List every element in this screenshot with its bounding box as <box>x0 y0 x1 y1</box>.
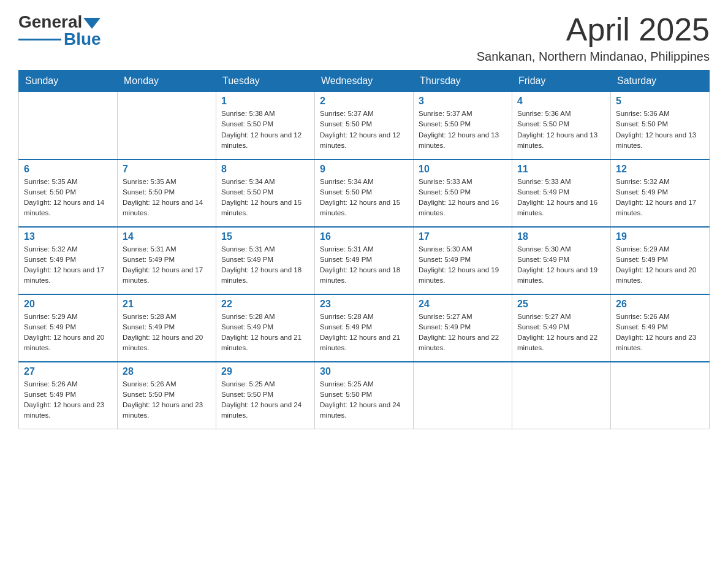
day-info: Sunrise: 5:28 AM Sunset: 5:49 PM Dayligh… <box>123 312 211 354</box>
calendar-week-row: 13Sunrise: 5:32 AM Sunset: 5:49 PM Dayli… <box>19 227 710 294</box>
day-number: 17 <box>419 231 507 242</box>
day-number: 22 <box>221 299 309 310</box>
logo: General Blue <box>18 12 101 49</box>
table-row: 13Sunrise: 5:32 AM Sunset: 5:49 PM Dayli… <box>19 227 118 294</box>
table-row: 2Sunrise: 5:37 AM Sunset: 5:50 PM Daylig… <box>315 92 414 159</box>
day-number: 5 <box>616 96 704 107</box>
table-row: 5Sunrise: 5:36 AM Sunset: 5:50 PM Daylig… <box>611 92 710 159</box>
day-number: 26 <box>616 299 704 310</box>
table-row: 16Sunrise: 5:31 AM Sunset: 5:49 PM Dayli… <box>315 227 414 294</box>
day-info: Sunrise: 5:34 AM Sunset: 5:50 PM Dayligh… <box>320 177 408 219</box>
table-row: 18Sunrise: 5:30 AM Sunset: 5:49 PM Dayli… <box>512 227 611 294</box>
day-info: Sunrise: 5:26 AM Sunset: 5:49 PM Dayligh… <box>616 312 704 354</box>
page-header: General Blue April 2025 Sankanan, Northe… <box>18 12 710 64</box>
day-number: 11 <box>517 164 605 175</box>
col-sunday: Sunday <box>19 71 118 92</box>
table-row <box>19 92 118 159</box>
table-row: 20Sunrise: 5:29 AM Sunset: 5:49 PM Dayli… <box>19 294 118 362</box>
day-info: Sunrise: 5:28 AM Sunset: 5:49 PM Dayligh… <box>221 312 309 354</box>
table-row: 8Sunrise: 5:34 AM Sunset: 5:50 PM Daylig… <box>216 159 315 227</box>
day-number: 21 <box>123 299 211 310</box>
table-row: 26Sunrise: 5:26 AM Sunset: 5:49 PM Dayli… <box>611 294 710 362</box>
table-row: 27Sunrise: 5:26 AM Sunset: 5:49 PM Dayli… <box>19 362 118 429</box>
table-row: 17Sunrise: 5:30 AM Sunset: 5:49 PM Dayli… <box>414 227 512 294</box>
day-info: Sunrise: 5:29 AM Sunset: 5:49 PM Dayligh… <box>24 312 112 354</box>
table-row: 4Sunrise: 5:36 AM Sunset: 5:50 PM Daylig… <box>512 92 611 159</box>
day-info: Sunrise: 5:27 AM Sunset: 5:49 PM Dayligh… <box>419 312 507 354</box>
day-number: 15 <box>221 231 309 242</box>
day-info: Sunrise: 5:25 AM Sunset: 5:50 PM Dayligh… <box>221 379 309 421</box>
calendar-table: Sunday Monday Tuesday Wednesday Thursday… <box>18 70 710 429</box>
day-number: 28 <box>123 366 211 377</box>
day-number: 9 <box>320 164 408 175</box>
day-info: Sunrise: 5:36 AM Sunset: 5:50 PM Dayligh… <box>616 109 704 151</box>
day-number: 18 <box>517 231 605 242</box>
table-row <box>118 92 216 159</box>
table-row: 12Sunrise: 5:32 AM Sunset: 5:49 PM Dayli… <box>611 159 710 227</box>
day-info: Sunrise: 5:27 AM Sunset: 5:49 PM Dayligh… <box>517 312 605 354</box>
day-number: 23 <box>320 299 408 310</box>
table-row <box>512 362 611 429</box>
day-info: Sunrise: 5:25 AM Sunset: 5:50 PM Dayligh… <box>320 379 408 421</box>
day-info: Sunrise: 5:37 AM Sunset: 5:50 PM Dayligh… <box>419 109 507 151</box>
table-row: 19Sunrise: 5:29 AM Sunset: 5:49 PM Dayli… <box>611 227 710 294</box>
day-info: Sunrise: 5:31 AM Sunset: 5:49 PM Dayligh… <box>123 244 211 286</box>
calendar-week-row: 20Sunrise: 5:29 AM Sunset: 5:49 PM Dayli… <box>19 294 710 362</box>
table-row: 14Sunrise: 5:31 AM Sunset: 5:49 PM Dayli… <box>118 227 216 294</box>
day-number: 20 <box>24 299 112 310</box>
table-row: 30Sunrise: 5:25 AM Sunset: 5:50 PM Dayli… <box>315 362 414 429</box>
table-row: 29Sunrise: 5:25 AM Sunset: 5:50 PM Dayli… <box>216 362 315 429</box>
calendar-week-row: 27Sunrise: 5:26 AM Sunset: 5:49 PM Dayli… <box>19 362 710 429</box>
table-row: 24Sunrise: 5:27 AM Sunset: 5:49 PM Dayli… <box>414 294 512 362</box>
col-saturday: Saturday <box>611 71 710 92</box>
table-row: 28Sunrise: 5:26 AM Sunset: 5:50 PM Dayli… <box>118 362 216 429</box>
table-row: 7Sunrise: 5:35 AM Sunset: 5:50 PM Daylig… <box>118 159 216 227</box>
calendar-week-row: 6Sunrise: 5:35 AM Sunset: 5:50 PM Daylig… <box>19 159 710 227</box>
day-info: Sunrise: 5:37 AM Sunset: 5:50 PM Dayligh… <box>320 109 408 151</box>
day-number: 30 <box>320 366 408 377</box>
day-info: Sunrise: 5:28 AM Sunset: 5:49 PM Dayligh… <box>320 312 408 354</box>
table-row: 1Sunrise: 5:38 AM Sunset: 5:50 PM Daylig… <box>216 92 315 159</box>
day-info: Sunrise: 5:30 AM Sunset: 5:49 PM Dayligh… <box>419 244 507 286</box>
day-info: Sunrise: 5:36 AM Sunset: 5:50 PM Dayligh… <box>517 109 605 151</box>
col-wednesday: Wednesday <box>315 71 414 92</box>
day-info: Sunrise: 5:33 AM Sunset: 5:49 PM Dayligh… <box>517 177 605 219</box>
day-number: 16 <box>320 231 408 242</box>
day-info: Sunrise: 5:35 AM Sunset: 5:50 PM Dayligh… <box>24 177 112 219</box>
calendar-header-row: Sunday Monday Tuesday Wednesday Thursday… <box>19 71 710 92</box>
table-row: 9Sunrise: 5:34 AM Sunset: 5:50 PM Daylig… <box>315 159 414 227</box>
table-row: 15Sunrise: 5:31 AM Sunset: 5:49 PM Dayli… <box>216 227 315 294</box>
day-info: Sunrise: 5:26 AM Sunset: 5:50 PM Dayligh… <box>123 379 211 421</box>
logo-triangle-icon <box>83 18 100 29</box>
col-monday: Monday <box>118 71 216 92</box>
day-number: 24 <box>419 299 507 310</box>
day-info: Sunrise: 5:33 AM Sunset: 5:50 PM Dayligh… <box>419 177 507 219</box>
col-thursday: Thursday <box>414 71 512 92</box>
day-number: 19 <box>616 231 704 242</box>
table-row: 21Sunrise: 5:28 AM Sunset: 5:49 PM Dayli… <box>118 294 216 362</box>
calendar-week-row: 1Sunrise: 5:38 AM Sunset: 5:50 PM Daylig… <box>19 92 710 159</box>
table-row: 6Sunrise: 5:35 AM Sunset: 5:50 PM Daylig… <box>19 159 118 227</box>
col-tuesday: Tuesday <box>216 71 315 92</box>
day-info: Sunrise: 5:26 AM Sunset: 5:49 PM Dayligh… <box>24 379 112 421</box>
table-row: 11Sunrise: 5:33 AM Sunset: 5:49 PM Dayli… <box>512 159 611 227</box>
day-number: 10 <box>419 164 507 175</box>
day-info: Sunrise: 5:32 AM Sunset: 5:49 PM Dayligh… <box>616 177 704 219</box>
table-row <box>611 362 710 429</box>
day-number: 14 <box>123 231 211 242</box>
day-info: Sunrise: 5:30 AM Sunset: 5:49 PM Dayligh… <box>517 244 605 286</box>
logo-blue-text: Blue <box>64 29 101 49</box>
day-number: 12 <box>616 164 704 175</box>
day-number: 7 <box>123 164 211 175</box>
day-info: Sunrise: 5:29 AM Sunset: 5:49 PM Dayligh… <box>616 244 704 286</box>
day-info: Sunrise: 5:32 AM Sunset: 5:49 PM Dayligh… <box>24 244 112 286</box>
table-row: 25Sunrise: 5:27 AM Sunset: 5:49 PM Dayli… <box>512 294 611 362</box>
day-number: 1 <box>221 96 309 107</box>
day-number: 29 <box>221 366 309 377</box>
day-info: Sunrise: 5:31 AM Sunset: 5:49 PM Dayligh… <box>221 244 309 286</box>
day-number: 27 <box>24 366 112 377</box>
title-area: April 2025 Sankanan, Northern Mindanao, … <box>477 12 710 64</box>
day-number: 6 <box>24 164 112 175</box>
day-number: 4 <box>517 96 605 107</box>
location-subtitle: Sankanan, Northern Mindanao, Philippines <box>477 50 710 64</box>
